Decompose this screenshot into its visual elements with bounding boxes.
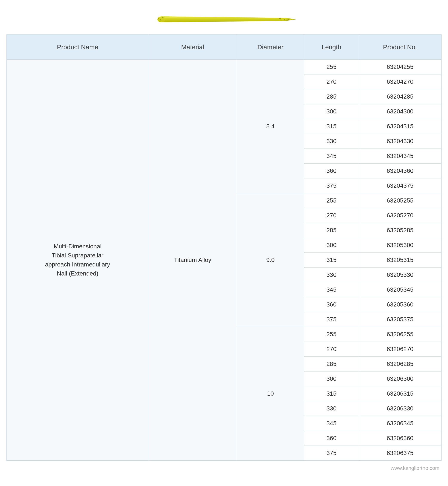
length-cell: 330 xyxy=(304,268,359,282)
product-no-cell: 63205270 xyxy=(359,208,441,223)
svg-point-9 xyxy=(284,19,285,20)
product-no-cell: 63206255 xyxy=(359,327,441,342)
svg-point-7 xyxy=(162,17,163,18)
product-no-cell: 63204330 xyxy=(359,134,441,149)
product-no-cell: 63205345 xyxy=(359,282,441,297)
product-no-cell: 63204255 xyxy=(359,60,441,74)
length-cell: 315 xyxy=(304,253,359,268)
col-header-product-no: Product No. xyxy=(359,35,441,60)
product-no-cell: 63206270 xyxy=(359,342,441,357)
length-cell: 330 xyxy=(304,401,359,416)
product-image-container xyxy=(0,0,448,34)
table-row: Multi-DimensionalTibial Suprapatellarapp… xyxy=(7,60,441,74)
length-cell: 345 xyxy=(304,149,359,164)
product-no-cell: 63204315 xyxy=(359,119,441,134)
diameter-cell: 9.0 xyxy=(237,193,304,327)
product-no-cell: 63206285 xyxy=(359,357,441,371)
material-cell: Titanium Alloy xyxy=(148,60,237,461)
length-cell: 375 xyxy=(304,446,359,461)
product-no-cell: 63206375 xyxy=(359,446,441,461)
svg-point-6 xyxy=(160,19,161,20)
product-no-cell: 63204375 xyxy=(359,178,441,193)
length-cell: 285 xyxy=(304,357,359,371)
length-cell: 270 xyxy=(304,208,359,223)
svg-marker-2 xyxy=(287,18,293,21)
col-header-material: Material xyxy=(148,35,237,60)
diameter-cell: 10 xyxy=(237,327,304,461)
product-no-cell: 63204270 xyxy=(359,74,441,89)
footer-url: www.kangliortho.com xyxy=(0,461,448,476)
length-cell: 375 xyxy=(304,312,359,327)
length-cell: 315 xyxy=(304,119,359,134)
col-header-diameter: Diameter xyxy=(237,35,304,60)
product-table-wrapper: Product Name Material Diameter Length Pr… xyxy=(7,34,441,461)
length-cell: 375 xyxy=(304,178,359,193)
nail-image xyxy=(149,13,299,26)
product-no-cell: 63204300 xyxy=(359,104,441,119)
product-no-cell: 63206300 xyxy=(359,371,441,386)
svg-marker-3 xyxy=(293,19,296,20)
product-no-cell: 63205285 xyxy=(359,223,441,238)
length-cell: 255 xyxy=(304,327,359,342)
product-no-cell: 63204285 xyxy=(359,89,441,104)
svg-point-4 xyxy=(158,17,166,22)
length-cell: 285 xyxy=(304,223,359,238)
length-cell: 330 xyxy=(304,134,359,149)
product-no-cell: 63205360 xyxy=(359,297,441,312)
product-no-cell: 63204360 xyxy=(359,164,441,178)
product-no-cell: 63206360 xyxy=(359,431,441,446)
col-header-length: Length xyxy=(304,35,359,60)
length-cell: 270 xyxy=(304,342,359,357)
length-cell: 345 xyxy=(304,416,359,431)
product-no-cell: 63206330 xyxy=(359,401,441,416)
length-cell: 315 xyxy=(304,386,359,401)
product-no-cell: 63205330 xyxy=(359,268,441,282)
length-cell: 270 xyxy=(304,74,359,89)
length-cell: 300 xyxy=(304,371,359,386)
product-no-cell: 63206315 xyxy=(359,386,441,401)
table-header-row: Product Name Material Diameter Length Pr… xyxy=(7,35,441,60)
length-cell: 255 xyxy=(304,60,359,74)
length-cell: 255 xyxy=(304,193,359,208)
length-cell: 360 xyxy=(304,431,359,446)
length-cell: 345 xyxy=(304,282,359,297)
col-header-product-name: Product Name xyxy=(7,35,148,60)
product-table: Product Name Material Diameter Length Pr… xyxy=(7,35,441,461)
product-no-cell: 63206345 xyxy=(359,416,441,431)
product-no-cell: 63204345 xyxy=(359,149,441,164)
svg-marker-1 xyxy=(162,16,289,22)
product-no-cell: 63205315 xyxy=(359,253,441,268)
product-name-cell: Multi-DimensionalTibial Suprapatellarapp… xyxy=(7,60,148,461)
svg-point-10 xyxy=(288,19,289,20)
length-cell: 300 xyxy=(304,104,359,119)
length-cell: 300 xyxy=(304,238,359,253)
svg-point-5 xyxy=(158,18,159,19)
product-no-cell: 63205255 xyxy=(359,193,441,208)
product-no-cell: 63205300 xyxy=(359,238,441,253)
product-no-cell: 63205375 xyxy=(359,312,441,327)
length-cell: 285 xyxy=(304,89,359,104)
length-cell: 360 xyxy=(304,297,359,312)
length-cell: 360 xyxy=(304,164,359,178)
diameter-cell: 8.4 xyxy=(237,60,304,193)
